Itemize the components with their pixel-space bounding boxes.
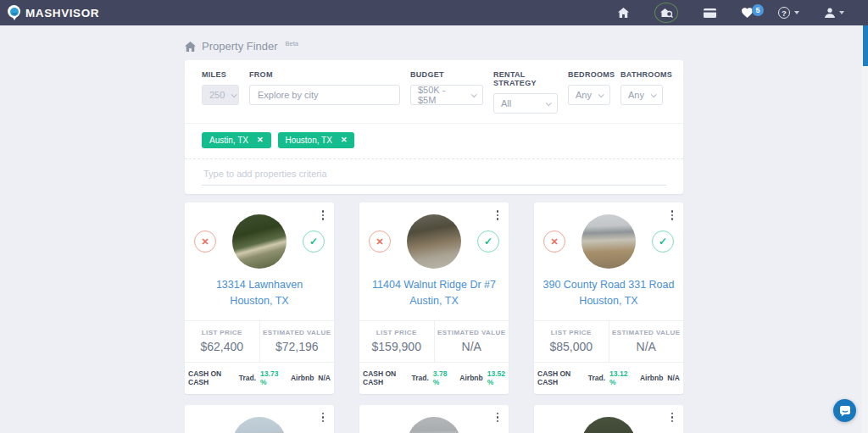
budget-label: BUDGET bbox=[410, 70, 483, 79]
home-icon bbox=[185, 42, 196, 52]
budget-select[interactable]: $50K - $5M bbox=[410, 85, 483, 105]
cash-on-cash-row: CASH ON CASH Trad. 13.12 % Airbnb N/A bbox=[534, 362, 683, 394]
list-price-stat: LIST PRICE $159,900 bbox=[359, 321, 435, 362]
property-card: ✕ ✓ 11404 Walnut Ridge Dr #7 Austin, TX … bbox=[359, 203, 509, 394]
kebab-menu-icon[interactable] bbox=[492, 412, 503, 424]
page-scrollbar bbox=[862, 25, 868, 433]
filter-budget: BUDGET $50K - $5M bbox=[410, 70, 483, 114]
navbar-icons: 5 ? bbox=[618, 3, 844, 23]
filter-rental-strategy: RENTAL STRATEGY All bbox=[493, 70, 558, 114]
reject-button[interactable]: ✕ bbox=[194, 230, 216, 253]
property-address-link[interactable]: 390 County Road 331 Road Houston, TX bbox=[534, 277, 683, 310]
chevron-down-icon bbox=[231, 92, 237, 97]
reject-button[interactable]: ✕ bbox=[369, 230, 391, 253]
account-icon[interactable] bbox=[825, 8, 844, 18]
chevron-down-icon bbox=[839, 11, 844, 14]
help-icon[interactable]: ? bbox=[778, 7, 799, 19]
property-finder-icon[interactable] bbox=[654, 3, 678, 23]
property-card: ✕ ✓ 2708 Winbern St Houston, TX bbox=[534, 405, 683, 433]
chevron-down-icon bbox=[651, 92, 657, 97]
filter-row: MILES 250 FROM BUDGET $50K - $5M RENTAL … bbox=[202, 70, 666, 114]
city-tag-austin[interactable]: Austin, TX ✕ bbox=[202, 132, 271, 148]
top-navbar: MASHVISOR 5 ? bbox=[0, 0, 868, 25]
bathrooms-select[interactable]: Any bbox=[620, 85, 663, 105]
property-cards-grid: ✕ ✓ 13314 Lawnhaven Houston, TX LIST PRI… bbox=[185, 203, 683, 433]
accept-button[interactable]: ✓ bbox=[477, 230, 499, 253]
property-photo[interactable] bbox=[232, 214, 287, 269]
scrollbar-thumb[interactable] bbox=[863, 25, 868, 66]
property-photo[interactable] bbox=[581, 214, 636, 269]
city-search-input[interactable] bbox=[249, 85, 400, 105]
kebab-menu-icon[interactable] bbox=[318, 412, 328, 424]
property-card: ✕ ✓ 390 County Road 331 Road Houston, TX… bbox=[534, 203, 683, 394]
property-photo[interactable] bbox=[232, 417, 287, 433]
remove-tag-icon[interactable]: ✕ bbox=[341, 136, 348, 144]
chevron-down-icon bbox=[546, 100, 552, 106]
favorites-count-badge: 5 bbox=[752, 4, 764, 16]
bathrooms-label: BATHROOMS bbox=[620, 70, 663, 79]
mashvisor-pin-icon bbox=[8, 4, 20, 21]
chevron-down-icon bbox=[794, 11, 799, 14]
mashvisor-logo[interactable]: MASHVISOR bbox=[8, 4, 99, 21]
chat-launcher-button[interactable] bbox=[833, 399, 856, 422]
from-label: FROM bbox=[249, 70, 400, 79]
chevron-down-icon bbox=[471, 92, 477, 97]
bedrooms-label: BEDROOMS bbox=[568, 70, 610, 79]
chevron-down-icon bbox=[598, 92, 604, 97]
estimated-value-stat: ESTIMATED VALUE N/A bbox=[609, 321, 684, 362]
brand-name: MASHVISOR bbox=[25, 7, 99, 19]
filter-panel: MILES 250 FROM BUDGET $50K - $5M RENTAL … bbox=[185, 60, 683, 194]
filter-bedrooms: BEDROOMS Any bbox=[568, 70, 610, 114]
estimated-value-stat: ESTIMATED VALUE N/A bbox=[435, 321, 509, 362]
accept-button[interactable]: ✓ bbox=[652, 230, 674, 253]
reject-button[interactable]: ✕ bbox=[543, 230, 565, 253]
beta-badge: Beta bbox=[286, 40, 298, 47]
home-icon[interactable] bbox=[618, 8, 629, 18]
cash-on-cash-row: CASH ON CASH Trad. 13.73 % Airbnb N/A bbox=[185, 362, 334, 394]
active-ring bbox=[654, 3, 678, 23]
breadcrumb: Property Finder Beta bbox=[185, 40, 683, 53]
miles-select[interactable]: 250 bbox=[202, 85, 239, 105]
billing-icon[interactable] bbox=[704, 8, 716, 18]
kebab-menu-icon[interactable] bbox=[667, 209, 677, 221]
bedrooms-select[interactable]: Any bbox=[568, 85, 610, 105]
property-card: ✕ ✓ 108 RyLee Austin, TX bbox=[185, 405, 334, 433]
property-address-link[interactable]: 11404 Walnut Ridge Dr #7 Austin, TX bbox=[359, 277, 509, 310]
rental-strategy-select[interactable]: All bbox=[493, 93, 558, 114]
main-content: Property Finder Beta MILES 250 FROM BUDG… bbox=[185, 0, 683, 433]
favorites-icon[interactable]: 5 bbox=[742, 8, 753, 18]
property-card: ✕ ✓ 13314 Lawnhaven Houston, TX LIST PRI… bbox=[185, 203, 334, 394]
remove-tag-icon[interactable]: ✕ bbox=[257, 136, 264, 144]
estimated-value-stat: ESTIMATED VALUE $72,196 bbox=[260, 321, 335, 362]
property-photo[interactable] bbox=[407, 417, 461, 433]
property-address-link[interactable]: 13314 Lawnhaven Houston, TX bbox=[185, 277, 334, 310]
page-title: Property Finder bbox=[202, 40, 278, 53]
filter-miles: MILES 250 bbox=[202, 70, 239, 114]
city-tags: Austin, TX ✕ Houston, TX ✕ bbox=[202, 124, 666, 148]
filter-bathrooms: BATHROOMS Any bbox=[620, 70, 663, 114]
kebab-menu-icon[interactable] bbox=[492, 209, 503, 221]
cash-on-cash-row: CASH ON CASH Trad. 3.78 % Airbnb 13.52 % bbox=[359, 362, 509, 394]
city-tag-houston[interactable]: Houston, TX ✕ bbox=[278, 132, 355, 148]
property-photo[interactable] bbox=[407, 214, 461, 269]
accept-button[interactable]: ✓ bbox=[303, 230, 325, 253]
chat-bubble-icon bbox=[839, 405, 851, 417]
miles-label: MILES bbox=[202, 70, 239, 79]
kebab-menu-icon[interactable] bbox=[667, 412, 677, 424]
property-card: ✕ ✓ 7101 Siepel DR Austin, TX bbox=[359, 405, 509, 433]
criteria-input[interactable] bbox=[202, 159, 666, 186]
list-price-stat: LIST PRICE $62,400 bbox=[185, 321, 260, 362]
rental-strategy-label: RENTAL STRATEGY bbox=[493, 70, 558, 87]
filter-from: FROM bbox=[249, 70, 400, 114]
property-photo[interactable] bbox=[581, 417, 636, 433]
kebab-menu-icon[interactable] bbox=[318, 209, 328, 221]
list-price-stat: LIST PRICE $85,000 bbox=[534, 321, 609, 362]
